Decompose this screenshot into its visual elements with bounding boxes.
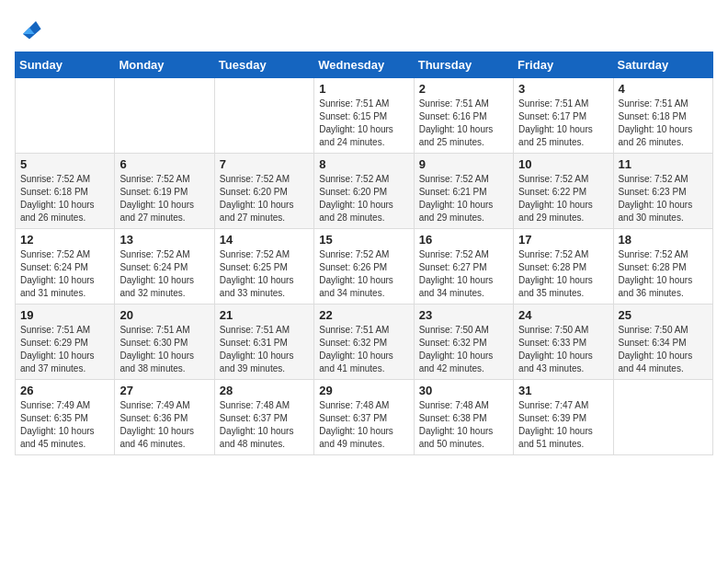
calendar-cell: 10Sunrise: 7:52 AM Sunset: 6:22 PM Dayli… — [514, 154, 613, 229]
calendar-week-3: 12Sunrise: 7:52 AM Sunset: 6:24 PM Dayli… — [16, 229, 713, 304]
calendar-cell: 11Sunrise: 7:52 AM Sunset: 6:23 PM Dayli… — [613, 154, 712, 229]
day-info: Sunrise: 7:51 AM Sunset: 6:30 PM Dayligh… — [119, 324, 209, 375]
day-number: 2 — [419, 82, 508, 96]
calendar-body: 1Sunrise: 7:51 AM Sunset: 6:15 PM Daylig… — [16, 78, 713, 455]
day-number: 4 — [619, 82, 708, 96]
day-number: 24 — [518, 308, 608, 322]
day-info: Sunrise: 7:52 AM Sunset: 6:21 PM Dayligh… — [419, 173, 508, 224]
day-info: Sunrise: 7:51 AM Sunset: 6:17 PM Dayligh… — [518, 98, 608, 149]
day-info: Sunrise: 7:52 AM Sunset: 6:24 PM Dayligh… — [20, 248, 109, 300]
day-info: Sunrise: 7:51 AM Sunset: 6:16 PM Dayligh… — [419, 98, 508, 149]
day-number: 23 — [419, 308, 508, 322]
day-info: Sunrise: 7:48 AM Sunset: 6:38 PM Dayligh… — [419, 399, 508, 451]
day-number: 5 — [20, 157, 109, 171]
svg-marker-0 — [23, 21, 41, 40]
day-info: Sunrise: 7:48 AM Sunset: 6:37 PM Dayligh… — [220, 399, 309, 451]
day-info: Sunrise: 7:52 AM Sunset: 6:20 PM Dayligh… — [220, 173, 309, 224]
calendar-header-saturday: Saturday — [613, 52, 712, 78]
day-info: Sunrise: 7:52 AM Sunset: 6:22 PM Dayligh… — [518, 173, 608, 224]
day-info: Sunrise: 7:52 AM Sunset: 6:23 PM Dayligh… — [619, 173, 708, 224]
day-number: 26 — [20, 384, 109, 397]
day-info: Sunrise: 7:51 AM Sunset: 6:15 PM Dayligh… — [319, 98, 408, 149]
page-header — [15, 15, 713, 40]
day-number: 17 — [518, 233, 608, 247]
calendar-table: SundayMondayTuesdayWednesdayThursdayFrid… — [15, 52, 713, 455]
calendar-cell: 25Sunrise: 7:50 AM Sunset: 6:34 PM Dayli… — [613, 304, 712, 380]
day-number: 19 — [20, 308, 109, 322]
calendar-cell: 18Sunrise: 7:52 AM Sunset: 6:28 PM Dayli… — [613, 229, 712, 304]
calendar-cell: 27Sunrise: 7:49 AM Sunset: 6:36 PM Dayli… — [115, 380, 214, 455]
day-number: 6 — [119, 157, 209, 171]
day-info: Sunrise: 7:51 AM Sunset: 6:29 PM Dayligh… — [20, 324, 109, 375]
calendar-header-row: SundayMondayTuesdayWednesdayThursdayFrid… — [16, 52, 713, 78]
day-info: Sunrise: 7:49 AM Sunset: 6:35 PM Dayligh… — [20, 399, 109, 451]
calendar-header-monday: Monday — [115, 52, 214, 78]
calendar-cell: 30Sunrise: 7:48 AM Sunset: 6:38 PM Dayli… — [414, 380, 513, 455]
day-info: Sunrise: 7:50 AM Sunset: 6:34 PM Dayligh… — [619, 324, 708, 375]
day-number: 20 — [119, 308, 209, 322]
calendar-cell: 4Sunrise: 7:51 AM Sunset: 6:18 PM Daylig… — [613, 78, 712, 154]
day-number: 7 — [220, 157, 309, 171]
calendar-cell: 16Sunrise: 7:52 AM Sunset: 6:27 PM Dayli… — [414, 229, 513, 304]
day-number: 14 — [220, 233, 309, 247]
calendar-cell — [613, 380, 712, 455]
day-number: 27 — [119, 384, 209, 397]
day-info: Sunrise: 7:52 AM Sunset: 6:25 PM Dayligh… — [220, 248, 309, 300]
day-info: Sunrise: 7:49 AM Sunset: 6:36 PM Dayligh… — [119, 399, 209, 451]
logo-icon — [17, 15, 42, 40]
day-number: 9 — [419, 157, 508, 171]
calendar-cell: 20Sunrise: 7:51 AM Sunset: 6:30 PM Dayli… — [115, 304, 214, 380]
calendar-cell: 31Sunrise: 7:47 AM Sunset: 6:39 PM Dayli… — [514, 380, 613, 455]
calendar-cell: 9Sunrise: 7:52 AM Sunset: 6:21 PM Daylig… — [414, 154, 513, 229]
calendar-cell: 23Sunrise: 7:50 AM Sunset: 6:32 PM Dayli… — [414, 304, 513, 380]
calendar-header-thursday: Thursday — [414, 52, 513, 78]
day-info: Sunrise: 7:52 AM Sunset: 6:28 PM Dayligh… — [518, 248, 608, 300]
calendar-cell: 13Sunrise: 7:52 AM Sunset: 6:24 PM Dayli… — [115, 229, 214, 304]
calendar-week-1: 1Sunrise: 7:51 AM Sunset: 6:15 PM Daylig… — [16, 78, 713, 154]
calendar-cell: 7Sunrise: 7:52 AM Sunset: 6:20 PM Daylig… — [214, 154, 313, 229]
day-info: Sunrise: 7:48 AM Sunset: 6:37 PM Dayligh… — [319, 399, 408, 451]
day-number: 8 — [319, 157, 408, 171]
day-info: Sunrise: 7:50 AM Sunset: 6:33 PM Dayligh… — [518, 324, 608, 375]
calendar-week-5: 26Sunrise: 7:49 AM Sunset: 6:35 PM Dayli… — [16, 380, 713, 455]
day-info: Sunrise: 7:52 AM Sunset: 6:24 PM Dayligh… — [119, 248, 209, 300]
day-number: 18 — [619, 233, 708, 247]
day-info: Sunrise: 7:52 AM Sunset: 6:18 PM Dayligh… — [20, 173, 109, 224]
calendar-cell: 1Sunrise: 7:51 AM Sunset: 6:15 PM Daylig… — [314, 78, 414, 154]
calendar-cell: 2Sunrise: 7:51 AM Sunset: 6:16 PM Daylig… — [414, 78, 513, 154]
calendar-header-tuesday: Tuesday — [214, 52, 313, 78]
day-info: Sunrise: 7:52 AM Sunset: 6:27 PM Dayligh… — [419, 248, 508, 300]
day-number: 1 — [319, 82, 408, 96]
day-number: 10 — [518, 157, 608, 171]
day-number: 29 — [319, 384, 408, 397]
calendar-cell: 26Sunrise: 7:49 AM Sunset: 6:35 PM Dayli… — [16, 380, 115, 455]
calendar-cell: 22Sunrise: 7:51 AM Sunset: 6:32 PM Dayli… — [314, 304, 414, 380]
day-info: Sunrise: 7:52 AM Sunset: 6:26 PM Dayligh… — [319, 248, 408, 300]
day-info: Sunrise: 7:51 AM Sunset: 6:31 PM Dayligh… — [220, 324, 309, 375]
day-number: 12 — [20, 233, 109, 247]
logo — [15, 15, 42, 40]
calendar-cell: 6Sunrise: 7:52 AM Sunset: 6:19 PM Daylig… — [115, 154, 214, 229]
calendar-header-wednesday: Wednesday — [314, 52, 414, 78]
day-number: 31 — [518, 384, 608, 397]
day-number: 16 — [419, 233, 508, 247]
calendar-cell: 12Sunrise: 7:52 AM Sunset: 6:24 PM Dayli… — [16, 229, 115, 304]
calendar-header-sunday: Sunday — [16, 52, 115, 78]
calendar-week-2: 5Sunrise: 7:52 AM Sunset: 6:18 PM Daylig… — [16, 154, 713, 229]
calendar-cell: 8Sunrise: 7:52 AM Sunset: 6:20 PM Daylig… — [314, 154, 414, 229]
calendar-week-4: 19Sunrise: 7:51 AM Sunset: 6:29 PM Dayli… — [16, 304, 713, 380]
day-number: 30 — [419, 384, 508, 397]
calendar-cell: 5Sunrise: 7:52 AM Sunset: 6:18 PM Daylig… — [16, 154, 115, 229]
calendar-cell — [16, 78, 115, 154]
calendar-cell: 14Sunrise: 7:52 AM Sunset: 6:25 PM Dayli… — [214, 229, 313, 304]
day-number: 28 — [220, 384, 309, 397]
day-number: 25 — [619, 308, 708, 322]
calendar-cell: 15Sunrise: 7:52 AM Sunset: 6:26 PM Dayli… — [314, 229, 414, 304]
calendar-cell: 17Sunrise: 7:52 AM Sunset: 6:28 PM Dayli… — [514, 229, 613, 304]
calendar-cell: 3Sunrise: 7:51 AM Sunset: 6:17 PM Daylig… — [514, 78, 613, 154]
calendar-cell: 21Sunrise: 7:51 AM Sunset: 6:31 PM Dayli… — [214, 304, 313, 380]
day-number: 11 — [619, 157, 708, 171]
day-info: Sunrise: 7:52 AM Sunset: 6:19 PM Dayligh… — [119, 173, 209, 224]
day-number: 3 — [518, 82, 608, 96]
day-info: Sunrise: 7:51 AM Sunset: 6:18 PM Dayligh… — [619, 98, 708, 149]
